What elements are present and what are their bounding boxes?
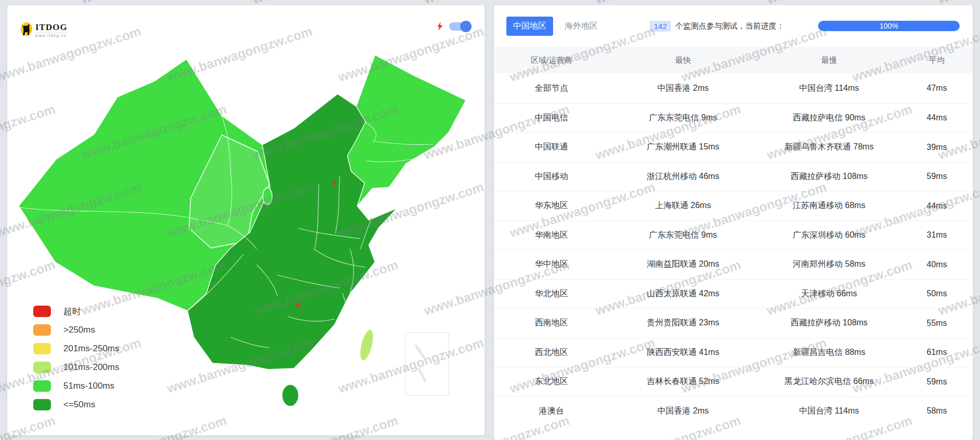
map-region-hainan	[282, 384, 299, 406]
table-cell: 华北地区	[494, 288, 609, 299]
table-cell: 中国台湾 114ms	[757, 406, 901, 417]
tab-china-region[interactable]: 中国地区	[506, 17, 553, 36]
table-cell: 44ms	[901, 201, 973, 211]
table-row: 全部节点中国香港 2ms中国台湾 114ms47ms	[494, 74, 973, 103]
tab-overseas-region[interactable]: 海外地区	[562, 17, 600, 36]
table-row: 中国移动浙江杭州移动 46ms西藏拉萨移动 108ms59ms	[494, 162, 973, 191]
table-cell: 59ms	[901, 172, 973, 181]
legend-label: <=50ms	[63, 400, 95, 410]
legend-item: 超时	[33, 302, 119, 321]
table-row: 华北地区山西太原联通 42ms天津移动 66ms50ms	[494, 279, 973, 309]
table-cell: 新疆昌吉电信 88ms	[757, 347, 901, 358]
page: { "page": { "background": "#e2e5ea", "wa…	[0, 0, 980, 440]
table-cell: 广东东莞电信 9ms	[609, 230, 757, 241]
table-cell: 广东潮州联通 15ms	[609, 142, 757, 153]
itdog-dog-icon	[20, 22, 33, 38]
map-region-taiwan	[358, 328, 375, 361]
table-row: 东北地区吉林长春联通 52ms黑龙江哈尔滨电信 66ms59ms	[494, 367, 973, 396]
table-row: 西南地区贵州贵阳联通 23ms西藏拉萨移动 108ms55ms	[494, 308, 973, 338]
table-header: 区域/运营商最快最慢平均	[494, 47, 973, 74]
table-cell: 61ms	[901, 348, 973, 357]
table-cell: 中国移动	[494, 171, 609, 182]
legend-swatch	[33, 343, 51, 354]
column-header: 最慢	[757, 56, 901, 65]
table-cell: 贵州贵阳联通 23ms	[609, 318, 757, 328]
table-cell: 华南地区	[494, 230, 609, 241]
table-cell: 44ms	[901, 113, 973, 122]
table-cell: 港澳台	[494, 406, 609, 417]
logo-subtitle: www.itdog.cn	[35, 33, 68, 37]
table-cell: 西北地区	[494, 347, 609, 358]
table-cell: 吉林长春联通 52ms	[609, 376, 757, 387]
table-cell: 华东地区	[494, 200, 609, 211]
table-row: 华南地区广东东莞电信 9ms广东深圳移动 60ms31ms	[494, 221, 973, 250]
column-header: 平均	[901, 56, 973, 65]
table-cell: 西藏拉萨电信 90ms	[757, 113, 901, 123]
logo-title: ITDOG	[35, 23, 68, 32]
table-cell: 50ms	[901, 289, 973, 298]
table-cell: 中国联通	[494, 142, 609, 153]
table-cell: 西南地区	[494, 318, 609, 328]
table-cell: 59ms	[901, 377, 973, 387]
south-china-sea-inset	[405, 333, 449, 395]
map-panel: ITDOG www.itdog.cn	[7, 5, 485, 435]
legend-item: 201ms-250ms	[33, 339, 119, 358]
lightning-icon	[437, 22, 444, 31]
table-cell: 陕西西安联通 41ms	[609, 347, 757, 358]
table-row: 港澳台中国香港 2ms中国台湾 114ms58ms	[494, 396, 973, 426]
table-body: 全部节点中国香港 2ms中国台湾 114ms47ms中国电信广东东莞电信 9ms…	[494, 74, 973, 425]
table-cell: 山西太原联通 42ms	[609, 288, 757, 299]
progress-fill: 100%	[818, 21, 960, 31]
monitor-count-badge: 142	[650, 21, 671, 32]
table-cell: 湖南益阳联通 20ms	[609, 259, 757, 270]
map-region-ningxia	[263, 188, 272, 204]
table-cell: 58ms	[901, 406, 973, 416]
legend-swatch	[33, 324, 51, 336]
table-row: 中国联通广东潮州联通 15ms新疆乌鲁木齐联通 78ms39ms	[494, 132, 973, 162]
legend-swatch	[33, 399, 51, 410]
speed-toggle-group	[437, 22, 471, 31]
table-row: 华东地区上海联通 26ms江苏南通移动 68ms44ms	[494, 191, 973, 221]
column-header: 区域/运营商	[494, 56, 609, 65]
table-cell: 全部节点	[494, 83, 609, 94]
table-cell: 华中地区	[494, 259, 609, 270]
legend-label: 51ms-100ms	[63, 381, 114, 391]
table-cell: 55ms	[901, 319, 973, 328]
legend-label: 超时	[63, 306, 81, 318]
map-legend: 超时>250ms201ms-250ms101ms-200ms51ms-100ms…	[33, 302, 119, 414]
table-cell: 河南郑州移动 58ms	[757, 259, 901, 270]
table-row: 中国电信广东东莞电信 9ms西藏拉萨电信 90ms44ms	[494, 103, 973, 133]
legend-label: >250ms	[63, 325, 95, 335]
table-cell: 39ms	[901, 143, 973, 152]
results-header: 中国地区 海外地区 142 个监测点参与测试，当前进度： 100%	[494, 5, 973, 47]
table-cell: 中国香港 2ms	[609, 83, 757, 94]
table-cell: 中国香港 2ms	[609, 406, 757, 417]
table-cell: 浙江杭州移动 46ms	[609, 171, 757, 182]
legend-item: <=50ms	[33, 395, 119, 414]
legend-swatch	[33, 362, 51, 373]
legend-swatch	[33, 380, 51, 392]
table-row: 华中地区湖南益阳联通 20ms河南郑州移动 58ms40ms	[494, 250, 973, 279]
results-panel: 中国地区 海外地区 142 个监测点参与测试，当前进度： 100% 区域/运营商…	[494, 5, 973, 440]
table-cell: 西藏拉萨移动 108ms	[757, 318, 901, 328]
monitor-text: 个监测点参与测试，当前进度：	[675, 21, 784, 31]
legend-item: 51ms-100ms	[33, 377, 119, 395]
progress-bar: 100%	[818, 21, 960, 31]
toggle-knob[interactable]	[460, 21, 472, 32]
table-cell: 广东深圳移动 60ms	[757, 230, 901, 241]
table-row: 西北地区陕西西安联通 41ms新疆昌吉电信 88ms61ms	[494, 338, 973, 367]
toggle-switch[interactable]	[449, 22, 471, 31]
legend-label: 201ms-250ms	[63, 343, 119, 354]
table-cell: 天津移动 66ms	[757, 288, 901, 299]
table-cell: 江苏南通移动 68ms	[757, 200, 901, 211]
column-header: 最快	[609, 56, 757, 65]
legend-item: >250ms	[33, 321, 119, 339]
table-cell: 47ms	[901, 84, 973, 93]
monitor-status: 142 个监测点参与测试，当前进度：	[650, 21, 784, 32]
table-cell: 40ms	[901, 260, 973, 269]
table-cell: 黑龙江哈尔滨电信 66ms	[757, 376, 901, 387]
itdog-logo: ITDOG www.itdog.cn	[20, 22, 68, 38]
table-cell: 西藏拉萨移动 108ms	[757, 171, 901, 182]
table-cell: 中国电信	[494, 113, 609, 123]
legend-label: 101ms-200ms	[63, 362, 119, 373]
